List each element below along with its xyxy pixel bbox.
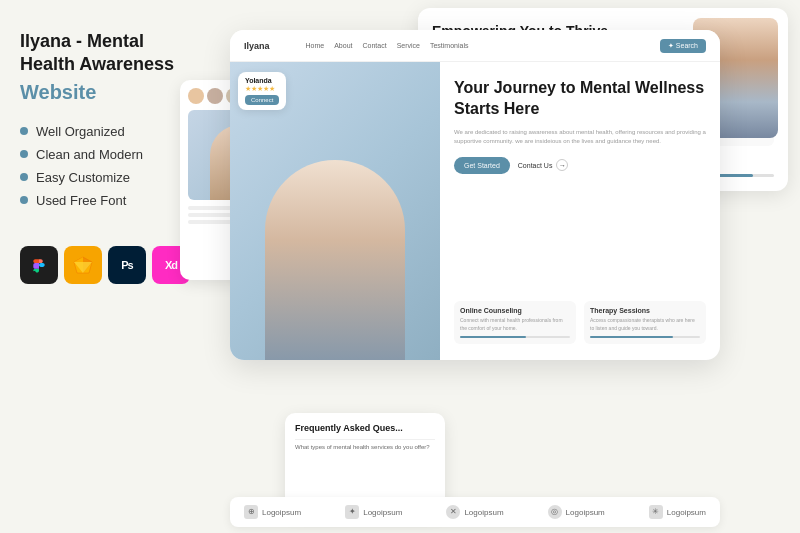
testimonial-stars: ★★★★★ xyxy=(245,85,279,93)
sc-bar-2 xyxy=(590,336,700,338)
hero-text-area: Your Journey to Mental Wellness Starts H… xyxy=(440,62,720,360)
nav-testimonials[interactable]: Testimonials xyxy=(430,42,469,49)
hero-image-area: Yolanda ★★★★★ Connect xyxy=(230,62,440,360)
tool-icons: Ps Xd xyxy=(20,246,200,284)
bullet-4 xyxy=(20,196,28,204)
feature-item-1: Well Organized xyxy=(20,124,200,139)
testimonial-name: Yolanda xyxy=(245,77,279,84)
sc-title-1: Online Counseling xyxy=(460,307,570,314)
nav-about[interactable]: About xyxy=(334,42,352,49)
logos-strip: ⊕ Logoipsum ✦ Logoipsum ✕ Logoipsum ◎ Lo… xyxy=(230,497,720,527)
service-card-1: Online Counseling Connect with mental he… xyxy=(454,301,576,344)
get-started-btn[interactable]: Get Started xyxy=(454,157,510,174)
bullet-1 xyxy=(20,127,28,135)
figma-icon xyxy=(20,246,58,284)
sc-fill-1 xyxy=(460,336,526,338)
feature-item-4: Used Free Font xyxy=(20,193,200,208)
logo-1: ⊕ Logoipsum xyxy=(244,505,301,519)
sketch-icon xyxy=(64,246,102,284)
contact-us-btn[interactable]: Contact Us → xyxy=(518,159,569,171)
website-content: Yolanda ★★★★★ Connect Your Journey to Me… xyxy=(230,62,720,360)
nav-logo: Ilyana xyxy=(244,41,270,51)
hero-description: We are dedicated to raising awareness ab… xyxy=(454,128,706,147)
sc-title-2: Therapy Sessions xyxy=(590,307,700,314)
product-title: Ilyana - Mental Health Awareness xyxy=(20,30,200,77)
logo-5: ✳ Logoipsum xyxy=(649,505,706,519)
connect-btn[interactable]: Connect xyxy=(245,95,279,105)
arrow-icon: → xyxy=(556,159,568,171)
feature-item-3: Easy Customize xyxy=(20,170,200,185)
features-list: Well Organized Clean and Modern Easy Cus… xyxy=(20,124,200,216)
logo-icon-2: ✦ xyxy=(345,505,359,519)
bullet-3 xyxy=(20,173,28,181)
hero-person xyxy=(265,160,405,360)
logo-icon-4: ◎ xyxy=(548,505,562,519)
product-subtitle: Website xyxy=(20,81,200,104)
website-nav: Ilyana Home About Contact Service Testim… xyxy=(230,30,720,62)
feature-item-2: Clean and Modern xyxy=(20,147,200,162)
logo-icon-1: ⊕ xyxy=(244,505,258,519)
sc-text-1: Connect with mental health professionals… xyxy=(460,317,570,332)
services-row: Online Counseling Connect with mental he… xyxy=(454,301,706,344)
nav-contact[interactable]: Contact xyxy=(363,42,387,49)
logo-2: ✦ Logoipsum xyxy=(345,505,402,519)
service-card-2: Therapy Sessions Access compassionate th… xyxy=(584,301,706,344)
testimonial-badge: Yolanda ★★★★★ Connect xyxy=(238,72,286,110)
nav-home[interactable]: Home xyxy=(306,42,325,49)
faq-item-1: What types of mental health services do … xyxy=(295,444,435,450)
hero-title: Your Journey to Mental Wellness Starts H… xyxy=(454,78,706,120)
nav-links: Home About Contact Service Testimonials xyxy=(306,42,644,49)
nav-search-btn[interactable]: ✦ Search xyxy=(660,39,706,53)
nav-service[interactable]: Service xyxy=(397,42,420,49)
main-website-card: Ilyana Home About Contact Service Testim… xyxy=(230,30,720,360)
avatar-1 xyxy=(188,88,204,104)
sc-bar-1 xyxy=(460,336,570,338)
hero-buttons: Get Started Contact Us → xyxy=(454,157,706,174)
logo-icon-5: ✳ xyxy=(649,505,663,519)
bullet-2 xyxy=(20,150,28,158)
sc-fill-2 xyxy=(590,336,673,338)
preview-area: Empowering You to Thrive, Mentally and E… xyxy=(210,0,800,533)
logo-3: ✕ Logoipsum xyxy=(446,505,503,519)
sc-text-2: Access compassionate therapists who are … xyxy=(590,317,700,332)
faq-title: Frequently Asked Ques... xyxy=(295,423,435,433)
logo-4: ◎ Logoipsum xyxy=(548,505,605,519)
faq-divider xyxy=(295,439,435,440)
photoshop-icon: Ps xyxy=(108,246,146,284)
logo-icon-3: ✕ xyxy=(446,505,460,519)
avatar-2 xyxy=(207,88,223,104)
